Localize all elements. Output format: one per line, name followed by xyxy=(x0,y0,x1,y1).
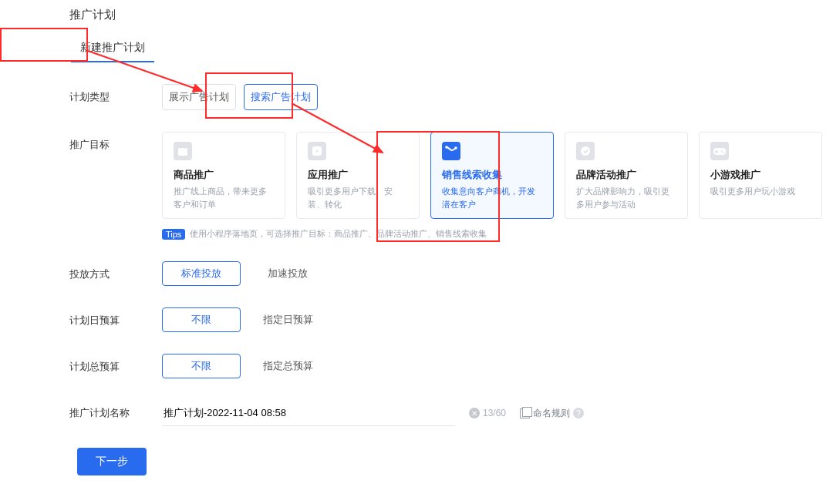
goal-desc: 收集意向客户商机，开发潜在客户 xyxy=(442,185,542,210)
bag-icon xyxy=(174,142,192,160)
delivery-standard[interactable]: 标准投放 xyxy=(162,261,241,286)
svg-rect-0 xyxy=(178,148,187,156)
naming-rule-link[interactable]: 命名规则 ? xyxy=(520,407,584,420)
goal-card-leads[interactable]: 销售线索收集 收集意向客户商机，开发潜在客户 xyxy=(430,132,554,219)
goal-title: 销售线索收集 xyxy=(442,168,542,182)
rule-label: 命名规则 xyxy=(533,407,570,420)
goal-title: 商品推广 xyxy=(174,168,274,182)
svg-rect-7 xyxy=(715,151,718,153)
label-daily-budget: 计划日预算 xyxy=(69,307,162,328)
clear-icon[interactable]: ✕ xyxy=(469,408,480,418)
daily-unlimited[interactable]: 不限 xyxy=(162,307,241,332)
goal-card-app[interactable]: 应用推广 吸引更多用户下载、安装、转化 xyxy=(296,132,420,219)
svg-point-3 xyxy=(454,146,457,150)
plan-type-search[interactable]: 搜索广告计划 xyxy=(244,84,318,110)
plan-name-input[interactable] xyxy=(162,400,455,426)
plan-type-display[interactable]: 展示广告计划 xyxy=(162,84,236,110)
brand-icon xyxy=(576,142,595,160)
label-goal: 推广目标 xyxy=(69,132,162,152)
svg-point-4 xyxy=(581,146,590,156)
goal-title: 应用推广 xyxy=(308,168,408,182)
tips-text: 使用小程序落地页，可选择推广目标：商品推广、品牌活动推广、销售线索收集 xyxy=(190,228,487,240)
total-unlimited[interactable]: 不限 xyxy=(162,354,241,378)
copy-icon xyxy=(520,408,530,418)
goal-desc: 吸引更多用户玩小游戏 xyxy=(710,185,811,198)
tab-row: 新建推广计划 xyxy=(69,32,833,62)
game-icon xyxy=(710,142,729,160)
next-step-button[interactable]: 下一步 xyxy=(77,448,147,475)
label-total-budget: 计划总预算 xyxy=(69,354,162,374)
daily-set[interactable]: 指定日预算 xyxy=(248,307,327,332)
goal-title: 小游戏推广 xyxy=(710,168,811,182)
label-plan-type: 计划类型 xyxy=(69,84,162,104)
goal-card-brand[interactable]: 品牌活动推广 扩大品牌影响力，吸引更多用户参与活动 xyxy=(565,132,688,219)
tips-badge: Tips xyxy=(162,229,185,240)
page-title: 推广计划 xyxy=(69,8,833,22)
goal-card-product[interactable]: 商品推广 推广线上商品，带来更多客户和订单 xyxy=(162,132,285,219)
help-icon: ? xyxy=(573,408,584,418)
svg-point-9 xyxy=(723,152,724,153)
app-icon xyxy=(308,142,326,160)
total-set[interactable]: 指定总预算 xyxy=(248,354,327,378)
goal-desc: 吸引更多用户下载、安装、转化 xyxy=(308,185,408,210)
label-delivery: 投放方式 xyxy=(69,261,162,281)
goal-desc: 推广线上商品，带来更多客户和订单 xyxy=(174,185,274,210)
svg-point-8 xyxy=(721,150,723,152)
goal-card-game[interactable]: 小游戏推广 吸引更多用户玩小游戏 xyxy=(699,132,822,219)
tips-row: Tips 使用小程序落地页，可选择推广目标：商品推广、品牌活动推广、销售线索收集 xyxy=(162,228,833,240)
goal-title: 品牌活动推广 xyxy=(576,168,676,182)
label-plan-name: 推广计划名称 xyxy=(69,400,162,420)
char-counter: ✕ 13/60 xyxy=(469,408,506,418)
goal-desc: 扩大品牌影响力，吸引更多用户参与活动 xyxy=(576,185,676,210)
tab-new-plan[interactable]: 新建推广计划 xyxy=(69,32,156,62)
lead-icon xyxy=(442,142,460,160)
svg-point-2 xyxy=(445,146,448,149)
delivery-fast[interactable]: 加速投放 xyxy=(248,261,327,286)
counter-text: 13/60 xyxy=(483,408,506,418)
